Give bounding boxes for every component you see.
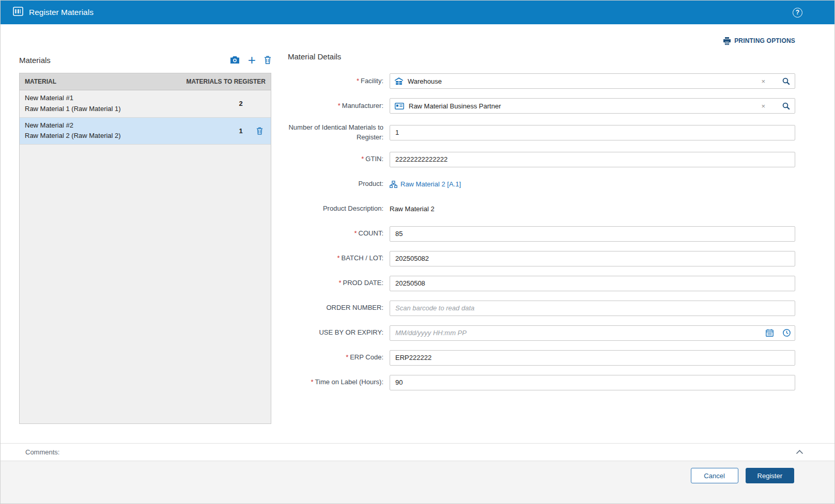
material-details-heading: Material Details [288, 52, 795, 61]
clock-icon[interactable] [783, 329, 791, 337]
facility-icon [395, 77, 403, 85]
order-number-label: ORDER NUMBER: [288, 303, 383, 313]
printing-options-row: PRINTING OPTIONS [19, 36, 795, 46]
material-row[interactable]: New Material #1 Raw Material 1 (Raw Mate… [20, 90, 271, 118]
batch-lot-label: *BATCH / LOT: [288, 254, 383, 263]
cancel-button[interactable]: Cancel [691, 468, 738, 483]
column-header-materials-to-register: MATERIALS TO REGISTER [186, 78, 266, 85]
main-panels: Materials + [19, 52, 795, 424]
erp-code-input[interactable] [390, 350, 795, 366]
camera-icon[interactable] [230, 56, 240, 64]
required-marker: * [354, 229, 357, 237]
manufacturer-field: Raw Material Business Partner × [390, 98, 795, 114]
facility-clear-icon[interactable]: × [761, 77, 765, 85]
add-material-icon[interactable]: + [248, 55, 256, 65]
material-description: Raw Material 1 (Raw Material 1) [25, 104, 229, 115]
materials-panel: Materials + [19, 52, 271, 424]
footer-actions: Cancel Register [1, 461, 834, 503]
manufacturer-value: Raw Material Business Partner [409, 102, 756, 110]
printer-icon [723, 37, 731, 45]
calendar-icon[interactable] [766, 329, 774, 337]
product-hierarchy-icon [390, 181, 397, 188]
manufacturer-search-icon[interactable] [782, 102, 790, 110]
window-title: Register Materials [29, 8, 94, 17]
required-marker: * [357, 77, 359, 85]
time-on-label-label: *Time on Label (Hours): [288, 377, 383, 387]
order-number-field [390, 301, 795, 316]
prod-date-input[interactable] [390, 276, 795, 291]
facility-value: Warehouse [408, 77, 756, 85]
use-by-input[interactable] [390, 325, 795, 341]
product-link-text: Raw Material 2 [A.1] [400, 180, 461, 188]
facility-field: Warehouse × [390, 73, 795, 89]
gtin-input[interactable] [390, 152, 795, 167]
material-name: New Material #2 [25, 120, 229, 131]
materials-table: MATERIAL MATERIALS TO REGISTER New Mater… [19, 73, 271, 424]
identical-count-label: Number of Identical Materials to Registe… [288, 123, 383, 143]
materials-actions: + [230, 55, 271, 65]
required-marker: * [338, 102, 341, 109]
erp-code-label: *ERP Code: [288, 353, 383, 363]
content-area: PRINTING OPTIONS Materials [1, 24, 834, 443]
chevron-up-icon[interactable] [796, 450, 803, 454]
required-marker: * [337, 254, 340, 262]
required-marker: * [311, 378, 313, 386]
gtin-field [390, 152, 795, 167]
delete-material-icon[interactable] [264, 56, 271, 64]
product-description-value: Raw Material 2 [390, 205, 435, 213]
delete-row-icon[interactable] [252, 127, 267, 135]
erp-code-field [390, 350, 795, 366]
material-row-text: New Material #2 Raw Material 2 (Raw Mate… [25, 120, 229, 142]
count-field [390, 226, 795, 242]
material-name: New Material #1 [25, 93, 229, 104]
manufacturer-lookup-input[interactable]: Raw Material Business Partner × [390, 98, 795, 114]
material-row-selected[interactable]: New Material #2 Raw Material 2 (Raw Mate… [20, 118, 271, 145]
time-on-label-field [390, 375, 795, 390]
material-details-panel: Material Details *Facility: [288, 52, 795, 424]
identical-count-input[interactable] [390, 125, 795, 140]
column-header-material: MATERIAL [25, 78, 186, 85]
use-by-label: USE BY OR EXPIRY: [288, 328, 383, 338]
product-description-field: Raw Material 2 [390, 201, 795, 217]
register-materials-icon [13, 7, 23, 18]
material-description: Raw Material 2 (Raw Material 2) [25, 131, 229, 141]
material-details-form: *Facility: [288, 73, 795, 390]
register-materials-window: Register Materials ? PRINTING OPTIONS [0, 0, 835, 504]
printing-options-button[interactable]: PRINTING OPTIONS [723, 36, 795, 46]
materials-panel-header: Materials + [19, 52, 271, 68]
product-description-label: Product Description: [288, 204, 383, 214]
batch-lot-input[interactable] [390, 251, 795, 266]
use-by-field-icons [766, 325, 791, 341]
required-marker: * [338, 279, 341, 287]
count-input[interactable] [390, 226, 795, 242]
titlebar: Register Materials ? [1, 1, 834, 24]
materials-heading: Materials [19, 56, 51, 65]
product-field: Raw Material 2 [A.1] [390, 177, 795, 192]
printing-options-label: PRINTING OPTIONS [734, 37, 795, 44]
facility-search-icon[interactable] [782, 77, 790, 85]
count-label: *COUNT: [288, 229, 383, 239]
materials-to-register-count: 1 [229, 127, 252, 135]
order-number-input[interactable] [390, 301, 795, 316]
prod-date-label: *PROD DATE: [288, 278, 383, 288]
help-icon[interactable]: ? [793, 8, 802, 18]
identical-count-field [390, 125, 795, 140]
manufacturer-clear-icon[interactable]: × [761, 102, 765, 110]
materials-table-header: MATERIAL MATERIALS TO REGISTER [20, 73, 271, 90]
time-on-label-input[interactable] [390, 375, 795, 390]
required-marker: * [346, 353, 348, 361]
comments-label: Comments: [25, 448, 59, 456]
product-label: Product: [288, 179, 383, 189]
register-button[interactable]: Register [746, 468, 794, 483]
facility-label: *Facility: [288, 76, 383, 86]
material-row-text: New Material #1 Raw Material 1 (Raw Mate… [25, 93, 229, 115]
product-link[interactable]: Raw Material 2 [A.1] [390, 180, 461, 188]
required-marker: * [361, 155, 364, 163]
materials-to-register-count: 2 [229, 100, 252, 107]
manufacturer-label: *Manufacturer: [288, 101, 383, 111]
gtin-label: *GTIN: [288, 154, 383, 164]
comments-bar: Comments: [1, 443, 834, 461]
business-partner-icon [395, 103, 404, 109]
facility-lookup-input[interactable]: Warehouse × [390, 73, 795, 89]
prod-date-field [390, 276, 795, 291]
